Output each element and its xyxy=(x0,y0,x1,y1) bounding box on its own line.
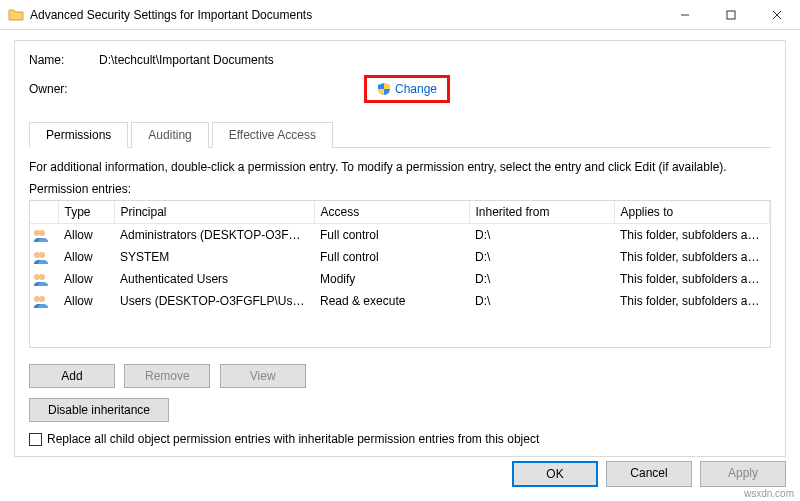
cell-applies: This folder, subfolders and files xyxy=(614,246,770,268)
replace-checkbox-label: Replace all child object permission entr… xyxy=(47,432,539,446)
cell-type: Allow xyxy=(58,268,114,290)
cell-access: Full control xyxy=(314,246,469,268)
table-row[interactable]: AllowAuthenticated UsersModifyD:\This fo… xyxy=(30,268,770,290)
people-icon xyxy=(30,224,58,247)
view-button[interactable]: View xyxy=(220,364,306,388)
table-row[interactable]: AllowUsers (DESKTOP-O3FGFLP\Users)Read &… xyxy=(30,290,770,312)
change-owner-link[interactable]: Change xyxy=(364,75,450,103)
replace-checkbox-row[interactable]: Replace all child object permission entr… xyxy=(29,432,771,446)
titlebar: Advanced Security Settings for Important… xyxy=(0,0,800,30)
col-type[interactable]: Type xyxy=(58,201,114,224)
svg-point-11 xyxy=(39,296,45,302)
table-row[interactable]: AllowSYSTEMFull controlD:\This folder, s… xyxy=(30,246,770,268)
name-value: D:\techcult\Important Documents xyxy=(99,53,274,67)
cell-inherited: D:\ xyxy=(469,268,614,290)
col-principal[interactable]: Principal xyxy=(114,201,314,224)
tab-auditing[interactable]: Auditing xyxy=(131,122,208,148)
cell-principal: Users (DESKTOP-O3FGFLP\Users) xyxy=(114,290,314,312)
cell-access: Full control xyxy=(314,224,469,247)
change-owner-text: Change xyxy=(395,82,437,96)
cell-inherited: D:\ xyxy=(469,290,614,312)
cancel-button[interactable]: Cancel xyxy=(606,461,692,487)
ok-button[interactable]: OK xyxy=(512,461,598,487)
tab-effective-access[interactable]: Effective Access xyxy=(212,122,333,148)
apply-button[interactable]: Apply xyxy=(700,461,786,487)
svg-point-9 xyxy=(39,274,45,280)
cell-type: Allow xyxy=(58,290,114,312)
help-text: For additional information, double-click… xyxy=(29,160,771,174)
content-panel: Name: D:\techcult\Important Documents Ow… xyxy=(14,40,786,457)
col-icon[interactable] xyxy=(30,201,58,224)
cell-applies: This folder, subfolders and files xyxy=(614,268,770,290)
cell-inherited: D:\ xyxy=(469,246,614,268)
name-label: Name: xyxy=(29,53,99,67)
shield-icon xyxy=(377,82,391,96)
svg-point-5 xyxy=(39,230,45,236)
grid-header: Type Principal Access Inherited from App… xyxy=(30,201,770,224)
cell-principal: Administrators (DESKTOP-O3FGF... xyxy=(114,224,314,247)
people-icon xyxy=(30,246,58,268)
cell-inherited: D:\ xyxy=(469,224,614,247)
owner-label: Owner: xyxy=(29,82,99,96)
col-access[interactable]: Access xyxy=(314,201,469,224)
cell-access: Read & execute xyxy=(314,290,469,312)
col-inherited[interactable]: Inherited from xyxy=(469,201,614,224)
replace-checkbox[interactable] xyxy=(29,433,42,446)
add-button[interactable]: Add xyxy=(29,364,115,388)
name-row: Name: D:\techcult\Important Documents xyxy=(29,53,771,67)
close-button[interactable] xyxy=(754,0,800,30)
owner-row: Owner: Change xyxy=(29,75,771,103)
remove-button[interactable]: Remove xyxy=(124,364,210,388)
dialog-footer: OK Cancel Apply xyxy=(0,461,800,487)
minimize-button[interactable] xyxy=(662,0,708,30)
window-title: Advanced Security Settings for Important… xyxy=(30,8,662,22)
watermark: wsxdn.com xyxy=(744,488,794,499)
col-applies[interactable]: Applies to xyxy=(614,201,770,224)
svg-rect-1 xyxy=(727,11,735,19)
cell-principal: SYSTEM xyxy=(114,246,314,268)
maximize-button[interactable] xyxy=(708,0,754,30)
svg-point-7 xyxy=(39,252,45,258)
people-icon xyxy=(30,268,58,290)
cell-applies: This folder, subfolders and files xyxy=(614,290,770,312)
table-row[interactable]: AllowAdministrators (DESKTOP-O3FGF...Ful… xyxy=(30,224,770,247)
folder-icon xyxy=(8,7,24,23)
cell-type: Allow xyxy=(58,224,114,247)
people-icon xyxy=(30,290,58,312)
cell-principal: Authenticated Users xyxy=(114,268,314,290)
cell-type: Allow xyxy=(58,246,114,268)
cell-access: Modify xyxy=(314,268,469,290)
permission-grid[interactable]: Type Principal Access Inherited from App… xyxy=(29,200,771,348)
tab-permissions[interactable]: Permissions xyxy=(29,122,128,148)
entries-label: Permission entries: xyxy=(29,182,771,196)
disable-inheritance-button[interactable]: Disable inheritance xyxy=(29,398,169,422)
tab-bar: Permissions Auditing Effective Access xyxy=(29,121,771,148)
cell-applies: This folder, subfolders and files xyxy=(614,224,770,247)
